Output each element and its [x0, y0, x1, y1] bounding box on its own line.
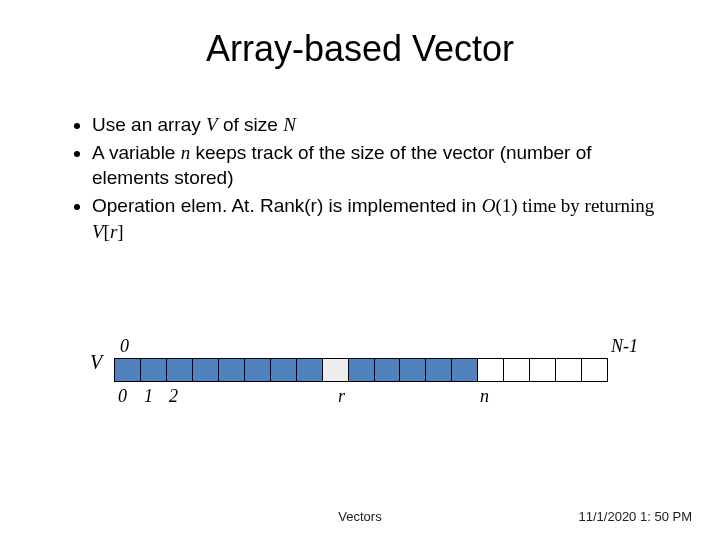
bullet-item: Operation elem. At. Rank(r) is implement… [92, 193, 660, 244]
array-cell [219, 359, 245, 381]
array-label-v: V [90, 351, 102, 374]
index-0-top: 0 [120, 336, 129, 357]
array-cell [141, 359, 167, 381]
array-cell [167, 359, 193, 381]
index-0: 0 [118, 386, 127, 407]
array-cell [556, 359, 582, 381]
text: ] [117, 221, 123, 242]
array-cells [114, 358, 608, 382]
array-cell [323, 359, 349, 381]
index-r: r [338, 386, 345, 407]
page-title: Array-based Vector [0, 28, 720, 70]
array-cell [452, 359, 478, 381]
index-n-minus-1: N-1 [611, 336, 638, 357]
array-cell [504, 359, 530, 381]
big-o: O [482, 195, 496, 216]
array-cell [478, 359, 504, 381]
fn-name: elem. At. Rank(r) [181, 195, 324, 216]
text: Operation [92, 195, 181, 216]
var-v: V [206, 114, 218, 135]
array-cell [400, 359, 426, 381]
text: is implemented in [323, 195, 481, 216]
array-cell [297, 359, 323, 381]
var-v: V [92, 221, 104, 242]
index-n: n [480, 386, 489, 407]
text: (1) time by returning [495, 195, 654, 216]
array-cell [193, 359, 219, 381]
text: of size [218, 114, 283, 135]
bullet-item: A variable n keeps track of the size of … [92, 140, 660, 191]
text: Use an array [92, 114, 206, 135]
index-1: 1 [144, 386, 153, 407]
var-n: n [181, 142, 191, 163]
array-cell [375, 359, 401, 381]
bullet-item: Use an array V of size N [92, 112, 660, 138]
index-labels-bottom: 0 1 2 r n [114, 386, 634, 410]
array-diagram: V 0 N-1 0 1 2 r n [114, 336, 634, 410]
array-cell [115, 359, 141, 381]
index-labels-top: 0 N-1 [114, 336, 634, 358]
index-2: 2 [169, 386, 178, 407]
text: A variable [92, 142, 181, 163]
var-n-cap: N [283, 114, 296, 135]
array-cell [271, 359, 297, 381]
array-cell [530, 359, 556, 381]
array-cell [582, 359, 607, 381]
array-cell [245, 359, 271, 381]
bullet-list: Use an array V of size N A variable n ke… [0, 112, 720, 244]
footer-datetime: 11/1/2020 1: 50 PM [579, 509, 692, 524]
array-cell [349, 359, 375, 381]
array-cell [426, 359, 452, 381]
